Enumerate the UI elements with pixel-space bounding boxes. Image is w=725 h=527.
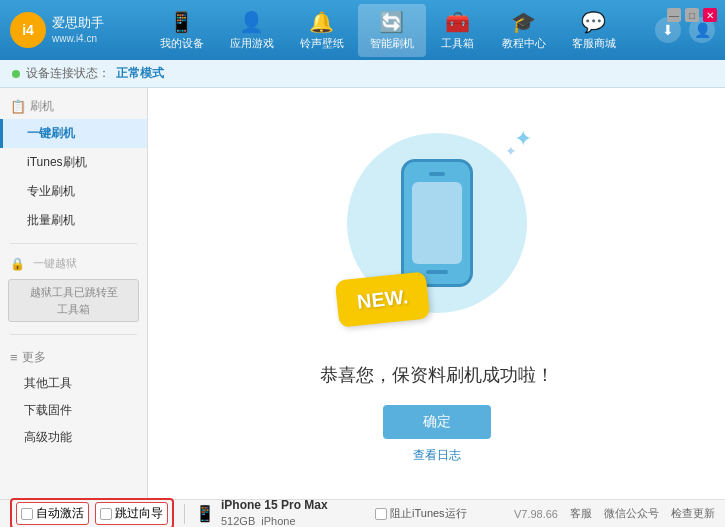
wechat-link[interactable]: 微信公众号	[604, 506, 659, 521]
nav-item-my-device[interactable]: 📱 我的设备	[148, 4, 216, 57]
service-icon: 💬	[581, 10, 606, 34]
more-section-icon: ≡	[10, 350, 18, 365]
device-info: 📱 iPhone 15 Pro Max 512GB iPhone	[195, 497, 328, 527]
success-illustration: NEW. ✦ ✦	[337, 123, 537, 343]
logo-text: 爱思助手 www.i4.cn	[52, 15, 104, 45]
sidebar-section-jailbreak: 🔒 一键越狱 越狱工具已跳转至工具箱	[0, 248, 147, 330]
nav-bar: 📱 我的设备 👤 应用游戏 🔔 铃声壁纸 🔄 智能刷机 🧰 工具箱 🎓 教程中心…	[120, 4, 655, 57]
sidebar-item-batch-flash[interactable]: 批量刷机	[0, 206, 147, 235]
auto-activate-checkbox[interactable]	[21, 508, 33, 520]
phone-illustration	[401, 159, 473, 287]
itunes-check: 阻止iTunes运行	[375, 506, 467, 521]
status-bar: 设备连接状态： 正常模式	[0, 60, 725, 88]
sidebar-section-flash: 📋 刷机 一键刷机 iTunes刷机 专业刷机 批量刷机	[0, 88, 147, 239]
sidebar-item-other-tools[interactable]: 其他工具	[0, 370, 147, 397]
nav-item-toolbox[interactable]: 🧰 工具箱	[428, 4, 488, 57]
nav-item-tutorials[interactable]: 🎓 教程中心	[490, 4, 558, 57]
check-update-link[interactable]: 检查更新	[671, 506, 715, 521]
flash-section-icon: 📋	[10, 99, 26, 114]
logo-area: i4 爱思助手 www.i4.cn	[10, 12, 120, 48]
bottom-right: V7.98.66 客服 微信公众号 检查更新	[514, 506, 715, 521]
new-badge: NEW.	[334, 271, 430, 327]
ringtones-icon: 🔔	[309, 10, 334, 34]
sidebar-divider-2	[10, 334, 137, 335]
nav-item-service[interactable]: 💬 客服商城	[560, 4, 628, 57]
activation-options: 自动激活 跳过向导	[10, 498, 174, 527]
phone-screen	[412, 182, 462, 264]
sidebar-jailbreak-header: 🔒 一键越狱	[0, 252, 147, 275]
sidebar-item-download-firmware[interactable]: 下载固件	[0, 397, 147, 424]
tutorials-icon: 🎓	[511, 10, 536, 34]
jailbreak-notice: 越狱工具已跳转至工具箱	[8, 279, 139, 322]
smart-flash-icon: 🔄	[379, 10, 404, 34]
content-area: NEW. ✦ ✦ 恭喜您，保资料刷机成功啦！ 确定 查看日志	[148, 88, 725, 499]
phone-speaker	[429, 172, 445, 176]
toolbox-icon: 🧰	[445, 10, 470, 34]
lock-icon: 🔒	[10, 257, 25, 271]
bottom-bar: 自动激活 跳过向导 📱 iPhone 15 Pro Max 512GB iPho…	[0, 499, 725, 527]
sidebar-divider-1	[10, 243, 137, 244]
sidebar-more-header: ≡ 更多	[0, 343, 147, 370]
customer-service-link[interactable]: 客服	[570, 506, 592, 521]
bottom-left: 自动激活 跳过向导 📱 iPhone 15 Pro Max 512GB iPho…	[10, 497, 328, 527]
nav-item-ringtones[interactable]: 🔔 铃声壁纸	[288, 4, 356, 57]
maximize-button[interactable]: □	[685, 8, 699, 22]
header: i4 爱思助手 www.i4.cn 📱 我的设备 👤 应用游戏 🔔 铃声壁纸 🔄…	[0, 0, 725, 60]
sparkle-icon-2: ✦	[505, 143, 517, 159]
window-controls: — □ ✕	[667, 8, 717, 22]
view-log-link[interactable]: 查看日志	[413, 447, 461, 464]
nav-item-apps[interactable]: 👤 应用游戏	[218, 4, 286, 57]
itunes-checkbox[interactable]	[375, 508, 387, 520]
minimize-button[interactable]: —	[667, 8, 681, 22]
main-layout: 📋 刷机 一键刷机 iTunes刷机 专业刷机 批量刷机 🔒 一键越狱 越狱工具…	[0, 88, 725, 499]
sidebar-item-pro-flash[interactable]: 专业刷机	[0, 177, 147, 206]
sidebar-section-flash-header: 📋 刷机	[0, 92, 147, 119]
auto-activate-label[interactable]: 自动激活	[16, 502, 89, 525]
device-phone-icon: 📱	[195, 504, 215, 523]
device-text: iPhone 15 Pro Max 512GB iPhone	[221, 497, 328, 527]
confirm-button[interactable]: 确定	[383, 405, 491, 439]
sidebar-item-one-click[interactable]: 一键刷机	[0, 119, 147, 148]
sidebar-section-more: ≡ 更多 其他工具 下载固件 高级功能	[0, 339, 147, 455]
success-message: 恭喜您，保资料刷机成功啦！	[320, 363, 554, 387]
sidebar-item-advanced[interactable]: 高级功能	[0, 424, 147, 451]
apps-icon: 👤	[239, 10, 264, 34]
guide-activate-label[interactable]: 跳过向导	[95, 502, 168, 525]
guide-activate-checkbox[interactable]	[100, 508, 112, 520]
my-device-icon: 📱	[169, 10, 194, 34]
phone-home-btn	[426, 270, 448, 274]
sidebar-item-itunes-flash[interactable]: iTunes刷机	[0, 148, 147, 177]
bottom-divider	[184, 504, 185, 524]
logo-icon: i4	[10, 12, 46, 48]
close-button[interactable]: ✕	[703, 8, 717, 22]
status-indicator	[12, 70, 20, 78]
nav-item-smart-flash[interactable]: 🔄 智能刷机	[358, 4, 426, 57]
sidebar: 📋 刷机 一键刷机 iTunes刷机 专业刷机 批量刷机 🔒 一键越狱 越狱工具…	[0, 88, 148, 499]
